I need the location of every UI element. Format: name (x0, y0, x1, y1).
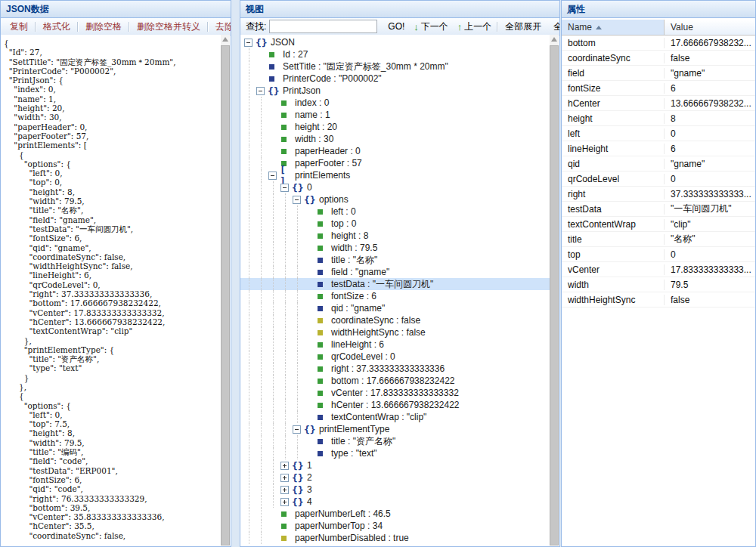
left-toolbar-button-0[interactable]: 复制 (4, 20, 34, 33)
tree-node[interactable]: Id : 27 (240, 48, 550, 60)
tree-node[interactable]: type : "text" (240, 447, 550, 459)
left-toolbar-button-3[interactable]: 删除空格并转义 (131, 20, 206, 33)
property-row[interactable]: top0 (562, 247, 755, 262)
expand-all-button[interactable]: 全部展开 (499, 20, 547, 33)
property-row[interactable]: bottom17.666667938232... (562, 36, 755, 51)
expand-icon[interactable] (280, 486, 289, 494)
tree-node[interactable]: paperNumberDisabled : true (240, 532, 550, 544)
property-row[interactable]: qrCodeLevel0 (562, 172, 755, 187)
property-row[interactable]: textContentWrap"clip" (562, 217, 755, 232)
collapse-icon[interactable] (256, 87, 265, 95)
tree-scrollbar[interactable] (550, 35, 559, 545)
collapse-icon[interactable] (280, 184, 289, 192)
property-row[interactable]: height8 (562, 111, 755, 126)
json-source-text[interactable]: { "Id": 27, "SettTitle": "固定资产标签_30mm＊20… (1, 35, 221, 540)
tree-node[interactable]: coordinateSync : false (240, 314, 550, 326)
expand-icon[interactable] (280, 498, 289, 506)
find-prev-button[interactable]: ↑ 上一个 (453, 20, 497, 33)
tree-node[interactable]: lineHeight : 6 (240, 338, 550, 351)
tree-node[interactable]: hCenter : 13.666667938232422 (240, 399, 550, 411)
tree-node[interactable]: width : 79.5 (240, 242, 550, 254)
find-next-button[interactable]: ↓ 下一个 (409, 20, 453, 33)
tree-indent-guide (243, 387, 256, 399)
tree-node[interactable]: {}options (240, 193, 550, 206)
collapse-all-button[interactable]: 全部收缩 (547, 20, 560, 33)
property-row[interactable]: left0 (562, 126, 755, 141)
tree-node[interactable]: [ ]printElements (240, 169, 550, 181)
tree-node[interactable]: widthHeightSync : false (240, 326, 550, 338)
property-row[interactable]: field"gname" (562, 66, 755, 81)
property-row[interactable]: hCenter13.666667938232... (562, 96, 755, 111)
property-row[interactable]: testData"一车间圆刀机" (562, 202, 755, 217)
tree-node[interactable]: height : 8 (240, 230, 550, 242)
scroll-up-icon[interactable] (551, 37, 557, 42)
scrollbar-thumb[interactable] (550, 45, 559, 545)
tree-node[interactable]: height : 20 (240, 121, 550, 133)
json-source-scrollbar[interactable] (221, 35, 230, 545)
tree-node[interactable]: {}0 (240, 181, 550, 193)
collapse-icon[interactable] (293, 425, 301, 434)
tree-node[interactable]: SettTitle : "固定资产标签_30mm * 20mm" (240, 60, 550, 73)
tree-indent-guide (256, 278, 268, 290)
tree-node[interactable]: PrinterCode : "P000002" (240, 73, 550, 85)
collapse-icon[interactable] (268, 172, 277, 180)
tree-node[interactable]: bottom : 17.666667938232422 (240, 375, 550, 387)
tree-node[interactable]: width : 30 (240, 133, 550, 145)
tree-node[interactable]: testData : "一车间圆刀机" (240, 278, 550, 290)
collapse-icon[interactable] (244, 39, 253, 47)
tree-node[interactable]: right : 37.333333333333336 (240, 363, 550, 375)
property-row[interactable]: lineHeight6 (562, 141, 755, 156)
collapse-icon[interactable] (293, 196, 301, 204)
tree-node[interactable]: {}3 (240, 484, 550, 496)
tree-indent-guide (292, 411, 304, 423)
tree-node-label: height : 20 (295, 122, 337, 132)
tree-node[interactable]: {}1 (240, 459, 550, 471)
expand-icon[interactable] (280, 462, 289, 470)
search-input[interactable] (269, 20, 377, 33)
tree-node[interactable]: title : "资产名称" (240, 435, 550, 447)
tree-indent-guide (243, 302, 256, 314)
property-row[interactable]: widthHeightSyncfalse (562, 292, 755, 307)
property-row[interactable]: right37.333333333333... (562, 187, 755, 202)
tree-indent-guide (292, 375, 304, 387)
go-button[interactable]: GO! (383, 21, 409, 32)
tree-node[interactable]: {}4 (240, 496, 550, 508)
scrollbar-thumb[interactable] (221, 45, 230, 545)
property-row[interactable]: vCenter17.833333333333... (562, 262, 755, 277)
number-bullet-icon (318, 379, 323, 384)
tree-node[interactable]: textContentWrap : "clip" (240, 411, 550, 423)
tree-node[interactable]: {}printElementType (240, 423, 550, 435)
tree-node[interactable]: paperNumberTop : 34 (240, 520, 550, 532)
tree-node[interactable]: paperHeader : 0 (240, 145, 550, 157)
tree-indent-guide (256, 363, 268, 375)
scroll-up-icon[interactable] (222, 37, 228, 42)
property-row[interactable]: coordinateSyncfalse (562, 51, 755, 66)
json-source-editor[interactable]: { "Id": 27, "SettTitle": "固定资产标签_30mm＊20… (1, 35, 221, 546)
left-toolbar-button-4[interactable]: 去除转义 (209, 20, 231, 33)
column-header-name[interactable]: Name (562, 20, 665, 35)
tree-expander-cell (256, 85, 268, 97)
tree-node[interactable]: paperNumberLeft : 46.5 (240, 508, 550, 520)
tree-node[interactable]: {}PrintJson (240, 85, 550, 97)
tree-expander-cell (268, 508, 280, 520)
tree-node[interactable]: index : 0 (240, 97, 550, 109)
tree-node[interactable]: title : "名称" (240, 254, 550, 266)
property-row[interactable]: fontSize6 (562, 81, 755, 96)
tree-node[interactable]: field : "gname" (240, 266, 550, 278)
tree-node[interactable]: name : 1 (240, 109, 550, 121)
tree-node[interactable]: qrCodeLevel : 0 (240, 351, 550, 363)
property-row[interactable]: qid"gname" (562, 156, 755, 172)
tree-node[interactable]: {}JSON (240, 36, 550, 48)
left-toolbar-button-1[interactable]: 格式化 (37, 20, 76, 33)
tree-node[interactable]: left : 0 (240, 206, 550, 218)
tree-node[interactable]: top : 0 (240, 218, 550, 230)
column-header-value[interactable]: Value (665, 20, 755, 35)
tree-node[interactable]: fontSize : 6 (240, 290, 550, 302)
property-row[interactable]: width79.5 (562, 277, 755, 292)
property-row[interactable]: title"名称" (562, 232, 755, 247)
left-toolbar-button-2[interactable]: 删除空格 (79, 20, 128, 33)
tree-node[interactable]: vCenter : 17.833333333333332 (240, 387, 550, 399)
expand-icon[interactable] (280, 474, 289, 482)
tree-node[interactable]: {}2 (240, 471, 550, 484)
tree-node[interactable]: qid : "gname" (240, 302, 550, 314)
